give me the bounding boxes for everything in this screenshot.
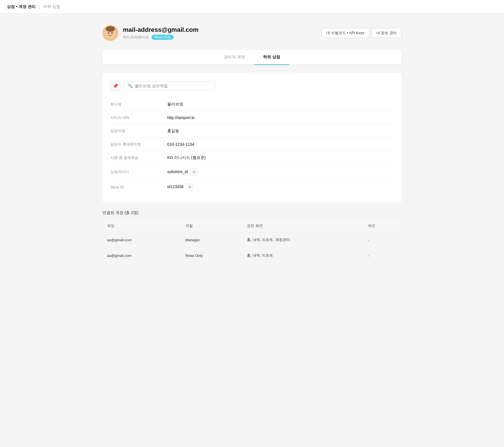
nav-separator: | [39,5,40,9]
field-manager-name: 담당자명 홍길동 [110,124,394,138]
profile-info: mail-address@gmail.com 차이코퍼레이션 Read Only [123,26,199,40]
field-service-url: 서비스 URL http://iamport.kr [110,111,394,124]
copy-id-button[interactable]: ⧉ [187,184,193,190]
col-account: 계정 [102,220,181,232]
cell-account-1: aa@gmail.com [102,232,181,248]
svg-point-4 [104,32,106,35]
tab-substore[interactable]: 하위 상점 [254,50,289,65]
field-company: 회사명 올리브영 [110,98,394,111]
pin-icon: 📌 [113,83,118,89]
main-content: mail-address@gmail.com 차이코퍼레이션 Read Only… [96,14,408,275]
store-section: 📌 🔍 회사명 올리브영 서비스 URL http://iamport.kr 담… [102,73,402,202]
profile-email: mail-address@gmail.com [123,26,199,34]
pin-button[interactable]: 📌 [110,81,121,91]
search-icon: 🔍 [128,84,133,88]
profile-header: mail-address@gmail.com 차이코퍼레이션 Read Only… [102,25,402,41]
search-input-wrapper: 🔍 [124,82,215,90]
profile-company: 차이코퍼레이션 [123,35,149,40]
cell-memo-1: - [363,232,402,248]
svg-point-5 [115,32,117,35]
connected-accounts-title: 연결된 계정 (총 2명) [102,210,402,215]
table-header-row: 계정 역할 권한 화면 메모 [102,220,402,232]
connected-accounts-section: 연결된 계정 (총 2명) 계정 역할 권한 화면 메모 aa@gmail.co… [102,210,402,263]
profile-meta: 차이코퍼레이션 Read Only [123,35,199,40]
tab-container: 관리자 계정 하위 상점 [102,50,402,65]
tab-admin-account[interactable]: 관리자 계정 [215,50,254,65]
cell-role-1: Manager [181,232,242,248]
cell-memo-2: - [363,248,402,263]
nav-title: 상점 • 계정 관리 [7,4,36,9]
field-store-id-name: 상점아이디 substore_id ⧉ [110,165,394,180]
field-payment-channel: 사용 중 결제채널 KG 이니시스 (웹표준) [110,151,394,165]
table-row: aa@gmail.com Read Only 홈, 내역, 리포트 - [102,248,402,263]
read-only-badge: Read Only [152,35,173,40]
detail-table: 회사명 올리브영 서비스 URL http://iamport.kr 담당자명 … [110,98,394,194]
svg-point-2 [108,32,110,34]
copy-icon-2: ⧉ [189,185,191,189]
profile-left: mail-address@gmail.com 차이코퍼레이션 Read Only [102,25,199,41]
field-manager-phone: 담당자 휴대폰번호 010-1234-1234 [110,138,394,151]
cell-account-2: aa@gmail.com [102,248,181,263]
search-input[interactable] [135,84,211,88]
profile-actions: 내 식별코드 • API Keys 내 정보 관리 [321,28,402,38]
svg-point-1 [106,26,115,32]
table-row: aa@gmail.com Manager 홈, 내역, 리포트, 계정관리 - [102,232,402,248]
tab-list: 관리자 계정 하위 상점 [102,50,402,65]
cell-permissions-2: 홈, 내역, 리포트 [242,248,363,263]
col-memo: 메모 [363,220,402,232]
cell-permissions-1: 홈, 내역, 리포트, 계정관리 [242,232,363,248]
my-info-button[interactable]: 내 정보 관리 [371,28,402,38]
search-row: 📌 🔍 [110,81,394,91]
col-role: 역할 [181,220,242,232]
secret-api-keys-button[interactable]: 내 식별코드 • API Keys [321,28,369,38]
field-store-id: Store ID id123456 ⧉ [110,180,394,195]
col-permissions: 권한 화면 [242,220,363,232]
copy-storeid-button[interactable]: ⧉ [191,169,197,175]
svg-point-3 [111,32,113,34]
connected-accounts-table: 계정 역할 권한 화면 메모 aa@gmail.com Manager 홈, 내… [102,220,402,263]
nav-subtitle: 하위 상점 [43,4,60,9]
copy-icon: ⧉ [193,170,195,174]
avatar [102,25,118,41]
cell-role-2: Read Only [181,248,242,263]
top-navigation: 상점 • 계정 관리 | 하위 상점 [0,0,504,14]
